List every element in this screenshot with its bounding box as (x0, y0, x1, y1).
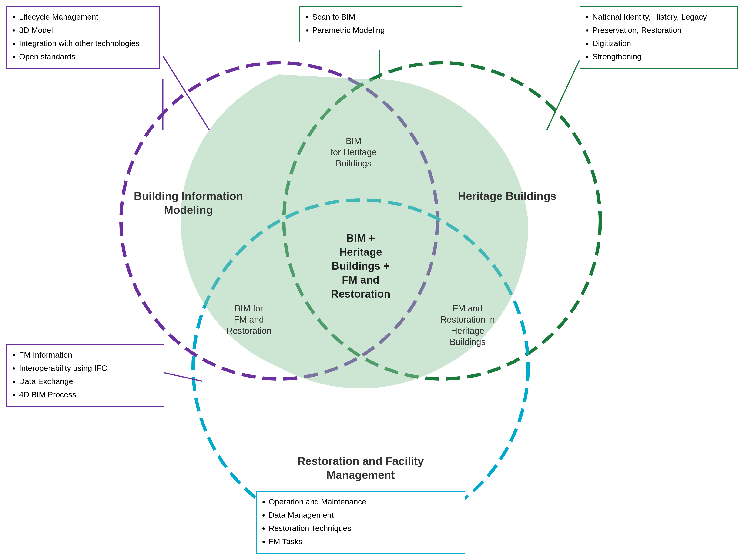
svg-text:BIM +: BIM + (346, 232, 375, 244)
svg-text:Restoration in: Restoration in (440, 315, 495, 324)
svg-text:Buildings: Buildings (336, 159, 372, 168)
bim-item-2: 3D Model (19, 24, 154, 36)
svg-text:BIM: BIM (346, 136, 362, 146)
svg-text:Building Information: Building Information (134, 190, 243, 202)
svg-text:Restoration: Restoration (226, 326, 271, 336)
fm-rest-item-4: FM Tasks (269, 535, 459, 548)
svg-text:Restoration and Facility: Restoration and Facility (297, 455, 424, 467)
bim-item-1: Lifecycle Management (19, 11, 154, 23)
svg-text:Heritage: Heritage (451, 326, 484, 336)
fm-item-1: FM Information (19, 349, 159, 361)
svg-text:for Heritage: for Heritage (331, 147, 377, 157)
heritage-item-3: Digitization (592, 37, 732, 49)
fm-item-4: 4D BIM Process (19, 389, 159, 401)
fm-rest-item-2: Data Management (269, 509, 459, 521)
fm-item-2: Interoperability using IFC (19, 362, 159, 374)
svg-text:Modeling: Modeling (164, 204, 213, 216)
bim-item-4: Open standards (19, 51, 154, 63)
bim-item-3: Integration with other technologies (19, 37, 154, 49)
top-green-item-2: Parametric Modeling (312, 24, 456, 36)
svg-text:BIM for: BIM for (235, 304, 263, 313)
top-green-box: Scan to BIM Parametric Modeling (299, 6, 462, 42)
fm-rest-item-1: Operation and Maintenance (269, 496, 459, 508)
svg-text:Heritage Buildings: Heritage Buildings (458, 190, 557, 202)
svg-text:Buildings +: Buildings + (332, 260, 389, 272)
svg-line-4 (163, 56, 210, 130)
bottom-left-purple-box: FM Information Interoperability using IF… (6, 344, 164, 407)
fm-rest-item-3: Restoration Techniques (269, 522, 459, 534)
svg-text:FM and: FM and (234, 315, 264, 324)
svg-text:FM and: FM and (342, 274, 379, 286)
top-green-item-1: Scan to BIM (312, 11, 456, 23)
svg-text:Buildings: Buildings (450, 337, 486, 347)
fm-item-3: Data Exchange (19, 375, 159, 387)
heritage-item-1: National Identity, History, Legacy (592, 11, 732, 23)
top-left-purple-box: Lifecycle Management 3D Model Integratio… (6, 6, 160, 69)
heritage-item-2: Preservation, Restoration (592, 24, 732, 36)
top-right-green-box: National Identity, History, Legacy Prese… (580, 6, 738, 69)
heritage-item-4: Strengthening (592, 51, 732, 63)
svg-text:Heritage: Heritage (339, 246, 382, 258)
svg-text:Management: Management (326, 469, 395, 481)
svg-text:Restoration: Restoration (331, 288, 390, 300)
bottom-blue-box: Operation and Maintenance Data Managemen… (256, 491, 465, 554)
svg-text:FM and: FM and (453, 304, 483, 313)
